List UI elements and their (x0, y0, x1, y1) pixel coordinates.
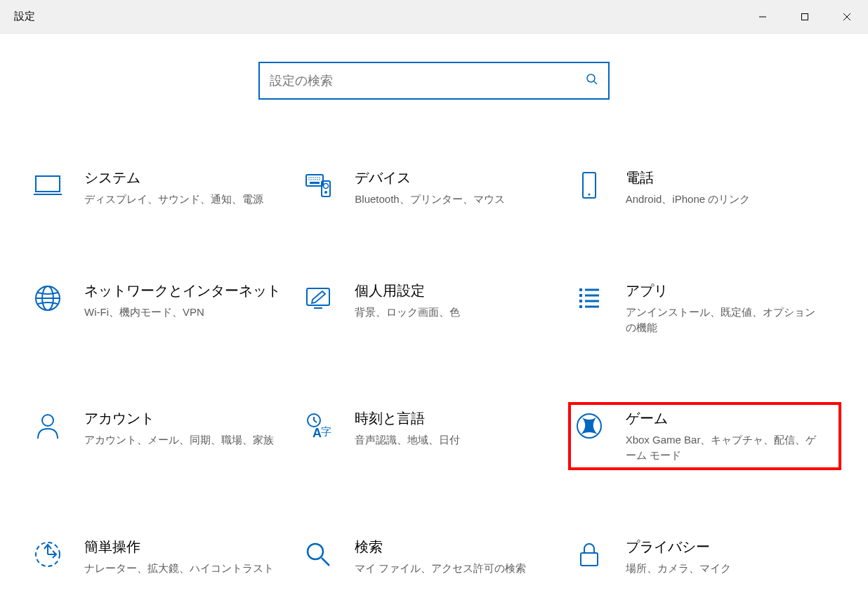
phone-icon (572, 168, 606, 202)
category-text: システム ディスプレイ、サウンド、通知、電源 (84, 168, 296, 207)
svg-text:字: 字 (321, 425, 331, 437)
svg-point-16 (311, 179, 313, 180)
svg-point-26 (588, 194, 590, 196)
category-title: アカウント (84, 409, 282, 428)
search-wrap (0, 62, 868, 100)
svg-rect-1 (802, 13, 808, 20)
category-desc: 場所、カメラ、マイク (626, 561, 823, 576)
svg-point-24 (324, 191, 327, 194)
category-text: アプリ アンインストール、既定値、オプションの機能 (626, 281, 837, 335)
search-box[interactable] (258, 62, 610, 100)
titlebar: 設定 (0, 0, 868, 34)
lock-icon (572, 538, 606, 571)
category-title: ゲーム (626, 409, 823, 428)
svg-point-4 (587, 74, 595, 82)
globe-icon (31, 281, 65, 315)
category-title: システム (84, 168, 282, 187)
category-network[interactable]: ネットワークとインターネット Wi-Fi、機内モード、VPN (28, 276, 298, 341)
accounts-icon (31, 409, 65, 443)
svg-point-20 (320, 179, 321, 180)
category-gaming[interactable]: ゲーム Xbox Game Bar、キャプチャ、配信、ゲーム モード (570, 403, 840, 469)
window-title: 設定 (14, 10, 35, 23)
category-text: ゲーム Xbox Game Bar、キャプチャ、配信、ゲーム モード (626, 409, 837, 463)
category-title: ネットワークとインターネット (84, 281, 282, 300)
category-text: 時刻と言語 音声認識、地域、日付 (355, 409, 566, 448)
category-privacy[interactable]: プライバシー 場所、カメラ、マイク (570, 532, 840, 582)
search-category-icon (301, 538, 335, 571)
xbox-icon (572, 409, 606, 443)
window-controls (742, 0, 868, 33)
svg-point-50 (308, 544, 323, 559)
category-desc: Android、iPhone のリンク (626, 192, 823, 207)
category-accounts[interactable]: アカウント アカウント、メール、同期、職場、家族 (28, 403, 298, 469)
svg-line-43 (314, 420, 317, 422)
category-apps[interactable]: アプリ アンインストール、既定値、オプションの機能 (570, 276, 840, 341)
svg-rect-32 (579, 288, 582, 291)
category-text: プライバシー 場所、カメラ、マイク (626, 538, 837, 576)
time-language-icon: A 字 (301, 409, 335, 443)
category-text: 簡単操作 ナレーター、拡大鏡、ハイコントラスト (84, 538, 296, 576)
category-text: アカウント アカウント、メール、同期、職場、家族 (84, 409, 296, 448)
svg-point-40 (42, 415, 53, 426)
svg-rect-34 (579, 300, 582, 302)
category-title: 時刻と言語 (355, 409, 552, 428)
category-text: ネットワークとインターネット Wi-Fi、機内モード、VPN (84, 281, 296, 320)
svg-point-23 (324, 184, 329, 189)
search-input[interactable] (270, 74, 586, 88)
svg-rect-8 (306, 175, 323, 186)
minimize-button[interactable] (742, 0, 784, 33)
category-title: 簡単操作 (84, 538, 282, 556)
svg-point-13 (317, 177, 319, 178)
category-text: デバイス Bluetooth、プリンター、マウス (355, 168, 566, 207)
category-desc: アカウント、メール、同期、職場、家族 (84, 432, 282, 448)
category-desc: Wi-Fi、機内モード、VPN (84, 305, 282, 320)
search-icon (586, 73, 598, 88)
maximize-icon (801, 13, 809, 21)
category-title: 個人用設定 (355, 281, 552, 300)
category-text: 検索 マイ ファイル、アクセス許可の検索 (355, 538, 566, 576)
system-icon (31, 168, 65, 202)
category-text: 個人用設定 背景、ロック画面、色 (355, 281, 566, 320)
devices-icon (301, 168, 335, 202)
category-desc: ナレーター、拡大鏡、ハイコントラスト (84, 561, 282, 576)
category-title: デバイス (355, 168, 552, 187)
category-search[interactable]: 検索 マイ ファイル、アクセス許可の検索 (298, 532, 569, 582)
category-ease-of-access[interactable]: 簡単操作 ナレーター、拡大鏡、ハイコントラスト (28, 532, 298, 582)
category-desc: Xbox Game Bar、キャプチャ、配信、ゲーム モード (626, 432, 823, 463)
svg-line-51 (322, 558, 329, 566)
svg-rect-35 (579, 305, 582, 308)
category-title: 検索 (355, 538, 552, 556)
categories-grid: システム ディスプレイ、サウンド、通知、電源 デバイス Bluetooth (0, 163, 868, 582)
svg-point-11 (313, 177, 315, 178)
svg-rect-6 (36, 176, 60, 192)
personalize-icon (301, 281, 335, 315)
category-devices[interactable]: デバイス Bluetooth、プリンター、マウス (298, 163, 569, 213)
category-personalization[interactable]: 個人用設定 背景、ロック画面、色 (298, 276, 569, 341)
category-system[interactable]: システム ディスプレイ、サウンド、通知、電源 (28, 163, 298, 213)
svg-rect-30 (307, 288, 329, 305)
close-button[interactable] (826, 0, 868, 33)
close-icon (843, 13, 851, 21)
svg-rect-33 (579, 294, 582, 297)
category-desc: 音声認識、地域、日付 (355, 432, 552, 448)
svg-rect-52 (581, 553, 598, 566)
category-phone[interactable]: 電話 Android、iPhone のリンク (570, 163, 840, 213)
category-text: 電話 Android、iPhone のリンク (626, 168, 837, 207)
content: システム ディスプレイ、サウンド、通知、電源 デバイス Bluetooth (0, 34, 868, 582)
category-desc: Bluetooth、プリンター、マウス (355, 192, 552, 207)
svg-point-14 (320, 177, 321, 178)
svg-point-19 (317, 179, 319, 180)
maximize-button[interactable] (784, 0, 826, 33)
category-desc: マイ ファイル、アクセス許可の検索 (355, 561, 552, 576)
category-time-language[interactable]: A 字 時刻と言語 音声認識、地域、日付 (298, 403, 569, 469)
svg-rect-21 (310, 182, 320, 184)
svg-point-18 (315, 179, 317, 180)
category-desc: ディスプレイ、サウンド、通知、電源 (84, 192, 282, 207)
category-desc: 背景、ロック画面、色 (355, 305, 552, 320)
minimize-icon (758, 13, 767, 21)
category-title: 電話 (626, 168, 823, 187)
category-desc: アンインストール、既定値、オプションの機能 (626, 305, 823, 335)
svg-point-9 (309, 177, 310, 178)
apps-icon (572, 281, 606, 315)
svg-point-15 (309, 179, 310, 180)
